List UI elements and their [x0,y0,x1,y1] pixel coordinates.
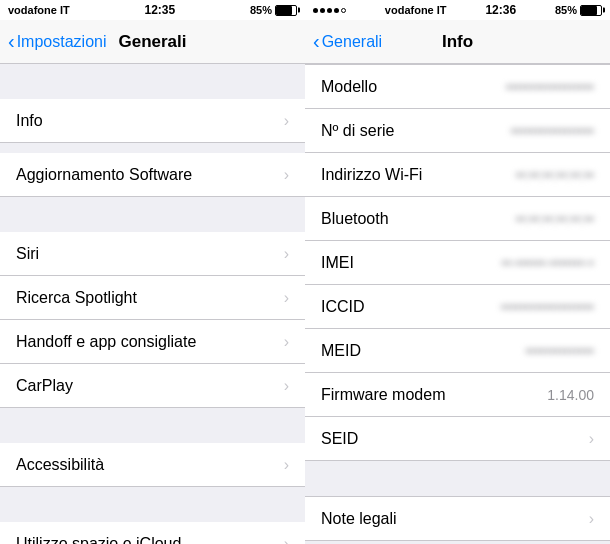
right-row-modello: Modello •••••••••••••••••• [305,65,610,109]
right-row-serie-value: ••••••••••••••••• [511,123,594,139]
right-note-section: Note legali › [305,496,610,541]
right-carrier: vodafone IT [385,4,447,16]
right-battery-fill [581,6,597,15]
left-item-siri-label: Siri [16,245,39,263]
left-item-spotlight-label: Ricerca Spotlight [16,289,137,307]
right-battery: 85% [555,4,602,16]
left-back-button[interactable]: ‹ Impostazioni [8,32,107,51]
left-item-info-label: Info [16,112,43,130]
left-gap-4 [0,408,305,443]
left-battery: 85% [250,4,297,16]
left-item-spotlight[interactable]: Ricerca Spotlight › [0,276,305,320]
right-row-bluetooth: Bluetooth ••:••:••:••:••:•• [305,197,610,241]
left-item-storage-label: Utilizzo spazio e iCloud [16,535,181,545]
right-row-imei: IMEI ••-••••••-•••••••-• [305,241,610,285]
right-row-wifi: Indirizzo Wi-Fi ••:••:••:••:••:•• [305,153,610,197]
signal-dot-3 [327,8,332,13]
right-time: 12:36 [485,3,516,17]
left-item-siri[interactable]: Siri › [0,232,305,276]
left-status-bar: vodafone IT 12:35 85% [0,0,305,20]
left-item-storage[interactable]: Utilizzo spazio e iCloud › [0,522,305,544]
right-row-iccid-label: ICCID [321,298,365,316]
left-item-carplay-chevron-icon: › [284,377,289,395]
right-row-firmware-label: Firmware modem [321,386,445,404]
right-row-seid[interactable]: SEID › [305,417,610,461]
left-item-software-update[interactable]: Aggiornamento Software › [0,153,305,197]
right-row-serie-label: Nº di serie [321,122,394,140]
signal-dot-1 [313,8,318,13]
signal-dot-2 [320,8,325,13]
left-gap-3 [0,197,305,232]
left-item-info-chevron-icon: › [284,112,289,130]
left-settings-list: Info › Aggiornamento Software › Siri › R… [0,64,305,544]
left-item-spotlight-chevron-icon: › [284,289,289,307]
right-row-firmware-value: 1.14.00 [547,387,594,403]
right-row-meid-value: •••••••••••••• [525,343,594,359]
right-row-note-legali[interactable]: Note legali › [305,497,610,541]
right-row-note-legali-chevron-icon: › [589,510,594,528]
left-gap-2 [0,143,305,153]
right-row-wifi-value: ••:••:••:••:••:•• [516,167,594,183]
right-row-modello-label: Modello [321,78,377,96]
left-item-storage-chevron-icon: › [284,535,289,545]
left-nav-bar: ‹ Impostazioni Generali [0,20,305,64]
right-back-label: Generali [322,33,382,51]
left-item-software-update-right: › [278,166,289,184]
left-item-info[interactable]: Info › [0,99,305,143]
left-item-carplay-label: CarPlay [16,377,73,395]
right-row-seid-chevron-icon: › [589,430,594,448]
right-gap-1 [305,461,610,496]
right-battery-icon [580,5,602,16]
left-item-accessibility[interactable]: Accessibilità › [0,443,305,487]
left-panel: vodafone IT 12:35 85% ‹ Impostazioni Gen… [0,0,305,544]
right-nav-bar: ‹ Generali Info [305,20,610,64]
left-gap-1 [0,64,305,99]
left-item-info-right: › [278,112,289,130]
left-item-software-chevron-icon: › [284,166,289,184]
right-nav-title: Info [442,32,473,52]
right-row-imei-label: IMEI [321,254,354,272]
right-row-meid-label: MEID [321,342,361,360]
right-row-iccid-value: ••••••••••••••••••• [501,299,594,315]
left-item-handoff[interactable]: Handoff e app consigliate › [0,320,305,364]
left-item-software-update-label: Aggiornamento Software [16,166,192,184]
right-battery-pct: 85% [555,4,577,16]
right-row-note-legali-label: Note legali [321,510,397,528]
right-status-bar: vodafone IT 12:36 85% [305,0,610,20]
right-row-bluetooth-label: Bluetooth [321,210,389,228]
left-nav-title: Generali [118,32,186,52]
right-panel: vodafone IT 12:36 85% ‹ Generali Info Mo… [305,0,610,544]
right-row-wifi-label: Indirizzo Wi-Fi [321,166,422,184]
left-battery-pct: 85% [250,4,272,16]
right-row-seid-label: SEID [321,430,358,448]
right-back-button[interactable]: ‹ Generali [313,32,382,51]
signal-dot-4 [334,8,339,13]
left-back-label: Impostazioni [17,33,107,51]
left-battery-icon [275,5,297,16]
right-row-meid: MEID •••••••••••••• [305,329,610,373]
left-battery-fill [276,6,292,15]
left-carrier: vodafone IT [8,4,70,16]
left-item-carplay[interactable]: CarPlay › [0,364,305,408]
right-info-list: Modello •••••••••••••••••• Nº di serie •… [305,64,610,544]
left-time: 12:35 [145,3,176,17]
left-item-accessibility-chevron-icon: › [284,456,289,474]
left-back-chevron-icon: ‹ [8,31,15,51]
left-gap-5 [0,487,305,522]
left-item-siri-chevron-icon: › [284,245,289,263]
right-row-firmware: Firmware modem 1.14.00 [305,373,610,417]
right-row-bluetooth-value: ••:••:••:••:••:•• [516,211,594,227]
right-row-serie: Nº di serie ••••••••••••••••• [305,109,610,153]
right-signal-icon [313,8,346,13]
left-item-handoff-label: Handoff e app consigliate [16,333,196,351]
right-row-modello-value: •••••••••••••••••• [506,79,594,95]
left-item-accessibility-label: Accessibilità [16,456,104,474]
right-main-section: Modello •••••••••••••••••• Nº di serie •… [305,64,610,461]
signal-dot-5 [341,8,346,13]
right-row-imei-value: ••-••••••-•••••••-• [502,255,594,271]
right-back-chevron-icon: ‹ [313,31,320,51]
right-row-iccid: ICCID ••••••••••••••••••• [305,285,610,329]
left-item-handoff-chevron-icon: › [284,333,289,351]
